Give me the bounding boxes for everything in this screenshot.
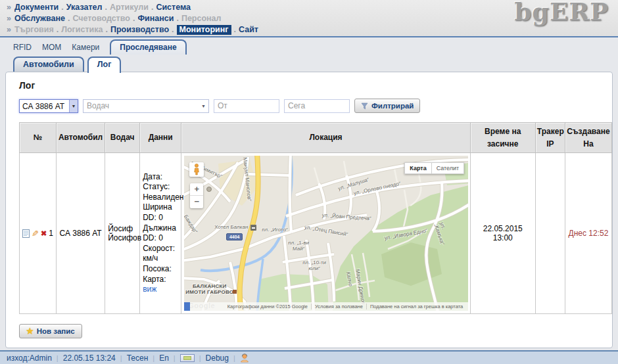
pegman-control[interactable] [189,162,204,177]
debug-link[interactable]: Debug [206,353,229,363]
footer-separator: | [233,354,235,362]
col-header-num: № [20,123,57,153]
menu-separator: . [105,25,107,34]
menu-item-personal: Персонал [181,14,222,23]
menu-separator: . [57,25,59,34]
filter-button-label: Филтрирай [371,102,414,110]
route-shield-4404: 4404 [226,233,243,240]
language-link[interactable]: En [159,353,169,363]
header: »Документи.Указател.Артикули.Система »Об… [0,0,618,37]
hotel-bed-icon [250,225,256,231]
page-title: Лог [19,80,612,91]
filter-button[interactable]: Филтрирай [354,99,420,113]
pegman-icon [193,164,201,175]
car-cell: СА 3886 АТ [57,153,105,314]
menu-item-proizvodstvo[interactable]: Производство [110,25,169,34]
map-attribution: Картографски данни ©2015 Google Условия … [184,302,468,311]
menu-item-sait[interactable]: Сайт [239,25,258,34]
col-header-data: Данни [140,123,181,153]
edit-pencil-icon[interactable]: ✎ [32,229,39,239]
square-label: пл. „10-ти юли“ [302,260,326,271]
menu-item-sistema[interactable]: Система [156,3,191,12]
tab-kameri[interactable]: Камери [72,43,99,55]
document-icon[interactable] [22,229,30,238]
footer-separator: | [174,354,176,362]
created-on-cell: Днес 12:52 [565,153,611,314]
map-type-satellite-button[interactable]: Сателит [432,162,465,174]
layout-mode-link[interactable]: Тесен [127,353,149,363]
driver-cell: Йосиф Йосифов [105,153,140,314]
menu-item-schetovodstvo: Счетоводство [72,14,130,23]
tab-log-active[interactable]: Лог [87,57,122,73]
tracker-ip-cell [535,153,565,314]
vehicle-select-value: СА 3886 АТ [20,100,69,112]
from-date-input[interactable] [214,99,279,113]
view-map-link[interactable]: виж [143,284,156,294]
support-person-icon[interactable] [240,353,249,363]
menu-separator: . [61,3,63,12]
col-header-location: Локация [181,123,470,153]
table-row: ✎ ✖ 1 СА 3886 АТ Йосиф Йосифов Дата: Ста… [20,153,612,314]
terms-of-use-link[interactable]: Условия за ползване [311,304,366,309]
primary-tabstrip: RFID MOM Камери Проследяване [0,37,618,55]
map-type-map-button[interactable]: Карта [404,162,431,174]
menu-separator: . [68,14,70,23]
footer-separator: | [120,354,122,362]
map-type-control: Карта Сателит [404,162,464,174]
logout-link[interactable]: изход:Admin [7,353,52,363]
driver-input[interactable] [83,99,209,113]
menu-item-monitoring-selected[interactable]: Мониторинг [177,25,231,35]
footer-datetime: 22.05.15 13:24 [63,353,116,363]
menu-separator: . [151,3,153,12]
footer-separator: | [57,354,59,362]
table-header-row: № Автомобил Водач Данни Локация Време на… [20,123,612,153]
col-header-tracker-ip: Тракер IP [535,123,565,153]
col-header-detect-time: Време на засичне [470,123,535,153]
menu-item-obsluzhvane[interactable]: Обслужване [14,14,65,23]
google-map[interactable]: джи Димитър“ Мануил Манолов“ „Баждар“ Хо… [184,156,468,311]
street-label: пл. „Игото“ [262,227,288,233]
keyboard-icon[interactable] [180,354,195,362]
new-record-label: Нов запис [37,327,75,335]
menu-separator: . [133,14,135,23]
menu-item-finansi[interactable]: Финанси [137,14,174,23]
col-header-car: Автомобил [57,123,105,153]
tab-mom[interactable]: MOM [42,43,61,55]
tab-prosledyavane-active[interactable]: Проследяване [110,39,186,55]
chevron-icon: » [7,14,11,23]
secondary-tabstrip: Автомобили Лог [13,55,613,72]
footer-separator: | [199,354,201,362]
new-record-button[interactable]: ★ Нов запис [19,324,82,338]
driver-combo: ▼ [83,99,209,113]
tab-avtomobili[interactable]: Автомобили [13,57,84,72]
footer: изход:Admin | 22.05.15 13:24 | Тесен | E… [0,350,618,364]
chevron-icon: » [7,25,11,34]
report-map-error-link[interactable]: Подаване на сигнал за грешка в картата [366,304,466,309]
map-line-label: Карта: [143,275,166,284]
col-header-created-on: Създаване На [565,123,611,153]
menu-separator: . [234,25,236,34]
zoom-in-button[interactable]: + [190,183,203,196]
map-zoom-control: + − [190,183,203,208]
data-text: Дата: Статус: Невалиден Ширина DD: 0 Дъл… [143,172,183,273]
chevron-down-icon[interactable]: ▼ [69,100,78,112]
star-icon: ★ [26,327,34,336]
menu-item-dokumenti[interactable]: Документи [14,3,59,12]
col-header-driver: Водач [105,123,140,153]
vehicle-select[interactable]: СА 3886 АТ ▼ [19,99,78,113]
tab-rfid[interactable]: RFID [13,43,32,55]
zoom-out-button[interactable]: − [190,196,203,208]
menu-item-ukazatel[interactable]: Указател [66,3,103,12]
delete-x-icon[interactable]: ✖ [41,229,47,238]
data-cell: Дата: Статус: Невалиден Ширина DD: 0 Дъл… [140,153,181,314]
menu-item-targovia: Търговия [14,25,54,34]
detect-time-cell: 22.05.2015 13:00 [470,153,535,314]
location-cell: джи Димитър“ Мануил Манолов“ „Баждар“ Хо… [181,153,470,314]
hotel-label: Хотел Балкан [214,224,248,230]
content-area: Автомобили Лог Лог СА 3886 АТ ▼ ▼ Филтри… [0,55,618,348]
map-corner-badge [184,302,190,311]
to-date-input[interactable] [284,99,350,113]
chevron-icon: » [7,3,11,12]
menu-separator: . [172,25,174,34]
business-marker [233,290,237,294]
